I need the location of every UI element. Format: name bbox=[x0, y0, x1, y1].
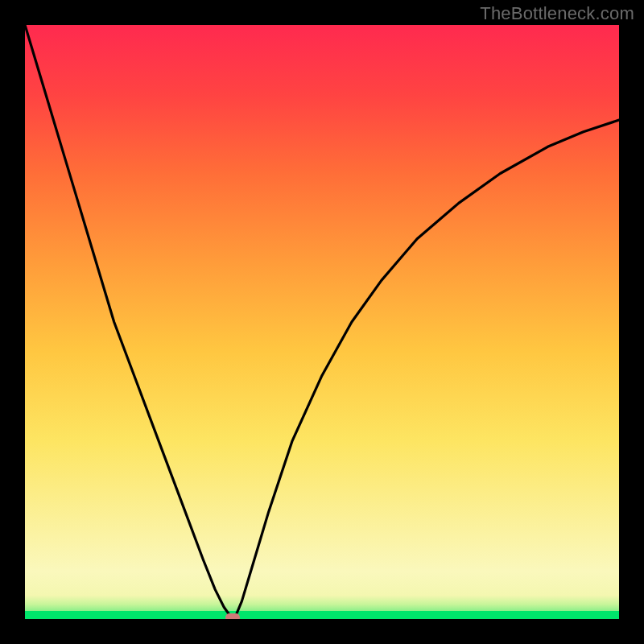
chart-frame: TheBottleneck.com bbox=[0, 0, 644, 644]
watermark-text: TheBottleneck.com bbox=[480, 3, 634, 24]
bottleneck-curve bbox=[25, 25, 619, 619]
plot-area bbox=[25, 25, 619, 619]
min-marker bbox=[225, 613, 240, 619]
